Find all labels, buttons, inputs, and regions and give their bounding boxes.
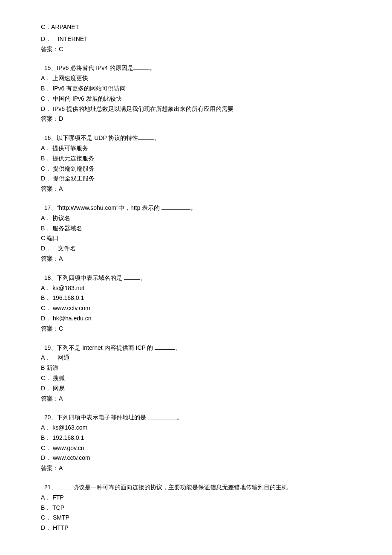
q19-option-c: C． 搜狐 [41, 374, 351, 383]
q20-option-c: C． www.gov.cn [41, 444, 351, 453]
q18-stem: 18、下列四项中表示域名的是 。 [41, 264, 351, 282]
q20-option-b: B． 192.168.0.1 [41, 433, 351, 442]
pre-option-d: D． INTERNET [41, 35, 351, 44]
pre-option-c: C．ARPANET [41, 23, 351, 32]
q15-option-a: A． 上网速度更快 [41, 74, 351, 83]
q16-stem-text-b: 。 [154, 134, 160, 141]
q19-stem-text-a: 19、下列不是 Internet 内容提供商 ICP 的 [44, 344, 155, 351]
q18-option-a: A． ks@183.net [41, 284, 351, 293]
q17-stem: 17、"http:Wwww.sohu.com″中，http 表示的 。 [41, 195, 351, 212]
q15-option-d: D． IPv6 提供的地址总数足以满足我们现在所想象出来的所有应用的需要 [41, 105, 351, 113]
q21-stem: 21、协议是一种可靠的面向连接的协议，主要功能是保证信息无差错地传输到目的主机 [41, 474, 351, 492]
q18-option-b: B． 196.168.0.1 [41, 293, 351, 302]
q16-option-d: D． 提供全双工服务 [41, 174, 351, 183]
q18-answer: 答案：C [41, 324, 351, 333]
blank-icon [133, 64, 150, 70]
q19-answer: 答案：A [41, 394, 351, 403]
q19-option-a: A． 网通 [41, 353, 351, 362]
q17-answer: 答案：A [41, 254, 351, 263]
q16-option-c: C． 提供端到端服务 [41, 164, 351, 173]
pre-answer: 答案：C [41, 45, 351, 54]
q15-answer: 答案：D [41, 114, 351, 123]
q21-stem-text-a: 21、 [44, 484, 57, 491]
q21-option-a: A． FTP [41, 493, 351, 502]
q17-option-d: D． 文件名 [41, 244, 351, 253]
q20-stem-text-b: 。 [177, 414, 183, 421]
q20-stem: 20、下列四项中表示电子邮件地址的是 。 [41, 404, 351, 422]
q20-option-a: A． ks@163.com [41, 423, 351, 432]
q16-stem: 16、以下哪项不是 UDP 协议的特性。 [41, 125, 351, 142]
q15-stem-text-a: 15、IPv6 必将替代 IPv4 的原因是 [44, 64, 133, 71]
q20-answer: 答案：A [41, 464, 351, 473]
q18-option-d: D． hk@ha.edu.cn [41, 314, 351, 323]
q18-stem-text-a: 18、下列四项中表示域名的是 [44, 274, 124, 281]
q20-option-d: D． www.cctv.com [41, 453, 351, 462]
q15-stem: 15、IPv6 必将替代 IPv4 的原因是。 [41, 55, 351, 73]
q19-stem: 19、下列不是 Internet 内容提供商 ICP 的 。 [41, 334, 351, 352]
q21-option-d: D． HTTP [41, 523, 351, 532]
q18-option-c: C． www.cctv.com [41, 304, 351, 313]
q15-option-c: C． 中国的 IPv6 发展的比较快 [41, 94, 351, 103]
q17-option-c: C 端口 [41, 234, 351, 243]
q15-stem-text-b: 。 [150, 64, 156, 71]
q19-stem-text-b: 。 [175, 344, 181, 351]
q17-stem-text-a: 17、"http:Wwww.sohu.com″中，http 表示的 [44, 204, 161, 211]
q21-option-b: B． TCP [41, 503, 351, 512]
blank-icon [57, 483, 73, 489]
blank-icon [124, 273, 140, 279]
q17-option-a: A． 协议名 [41, 214, 351, 223]
blank-icon [161, 204, 190, 210]
q16-answer: 答案：A [41, 184, 351, 193]
q19-option-d: D． 网易 [41, 384, 351, 393]
q21-option-c: C． SMTP [41, 513, 351, 522]
q16-option-b: B． 提供无连接服务 [41, 154, 351, 163]
q19-option-b: B 新浪 [41, 363, 351, 372]
q16-stem-text-a: 16、以下哪项不是 UDP 协议的特性 [44, 134, 138, 141]
q18-stem-text-b: 。 [140, 274, 146, 281]
q15-option-b: B． IPv6 有更多的网站可供访问 [41, 84, 351, 93]
q17-stem-text-b: 。 [190, 204, 196, 211]
q16-option-a: A． 提供可靠服务 [41, 144, 351, 153]
q20-stem-text-a: 20、下列四项中表示电子邮件地址的是 [44, 414, 148, 421]
blank-icon [155, 343, 175, 349]
q21-stem-text-b: 协议是一种可靠的面向连接的协议，主要功能是保证信息无差错地传输到目的主机 [73, 484, 288, 491]
q17-option-b: B． 服务器域名 [41, 224, 351, 233]
blank-icon [148, 413, 177, 419]
blank-icon [138, 134, 154, 140]
horizontal-rule [41, 33, 351, 33]
